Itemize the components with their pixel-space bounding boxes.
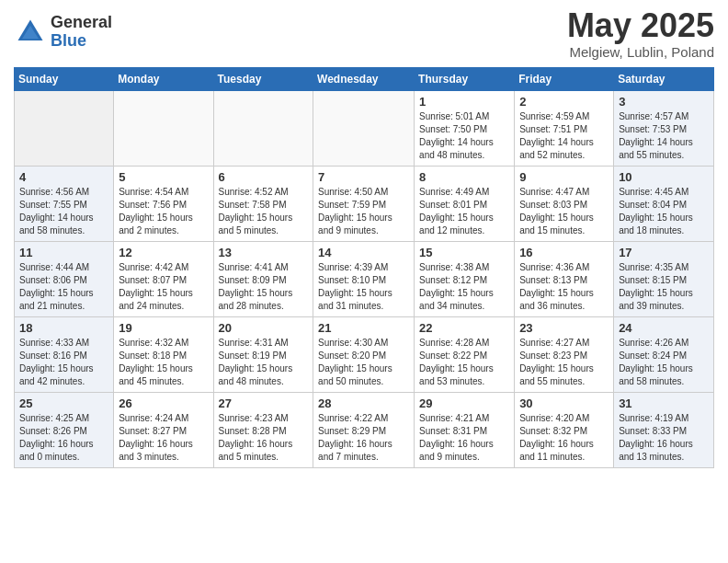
week-row-5: 25Sunrise: 4:25 AMSunset: 8:26 PMDayligh… [15,393,714,468]
day-info: Sunrise: 4:52 AMSunset: 7:58 PMDaylight:… [219,186,309,237]
week-row-1: 1Sunrise: 5:01 AMSunset: 7:50 PMDaylight… [15,91,714,167]
day-info: Sunrise: 4:30 AMSunset: 8:20 PMDaylight:… [318,337,409,388]
calendar-cell: 26Sunrise: 4:24 AMSunset: 8:27 PMDayligh… [114,393,213,468]
calendar-cell [15,91,114,167]
day-number: 16 [519,246,609,259]
day-info: Sunrise: 4:42 AMSunset: 8:07 PMDaylight:… [119,261,208,313]
col-header-wednesday: Wednesday [313,68,415,91]
day-number: 22 [419,321,509,335]
day-number: 25 [19,396,108,410]
day-info: Sunrise: 4:57 AMSunset: 7:53 PMDaylight:… [619,110,709,162]
day-number: 14 [318,246,409,259]
col-header-sunday: Sunday [15,68,114,91]
logo-icon [14,16,47,49]
calendar-cell: 22Sunrise: 4:28 AMSunset: 8:22 PMDayligh… [415,317,515,393]
day-info: Sunrise: 4:39 AMSunset: 8:10 PMDaylight:… [318,261,409,313]
calendar-cell: 14Sunrise: 4:39 AMSunset: 8:10 PMDayligh… [313,242,415,317]
day-number: 30 [519,396,609,410]
logo: General Blue [14,14,112,51]
day-number: 26 [119,396,208,410]
day-number: 21 [318,321,409,335]
week-row-4: 18Sunrise: 4:33 AMSunset: 8:16 PMDayligh… [15,317,714,393]
day-number: 23 [519,321,609,335]
day-info: Sunrise: 4:26 AMSunset: 8:24 PMDaylight:… [619,337,709,388]
calendar-cell: 24Sunrise: 4:26 AMSunset: 8:24 PMDayligh… [614,317,714,393]
calendar-cell: 2Sunrise: 4:59 AMSunset: 7:51 PMDaylight… [515,91,614,167]
day-info: Sunrise: 4:49 AMSunset: 8:01 PMDaylight:… [419,186,509,237]
day-number: 20 [219,321,309,335]
day-number: 6 [219,170,309,184]
calendar-cell: 15Sunrise: 4:38 AMSunset: 8:12 PMDayligh… [415,242,515,317]
day-info: Sunrise: 4:36 AMSunset: 8:13 PMDaylight:… [519,261,609,313]
day-number: 31 [619,396,709,410]
day-number: 24 [619,321,709,335]
calendar-cell: 9Sunrise: 4:47 AMSunset: 8:03 PMDaylight… [515,167,614,242]
page-header: General Blue May 2025 Melgiew, Lublin, P… [14,9,714,60]
calendar-cell: 13Sunrise: 4:41 AMSunset: 8:09 PMDayligh… [213,242,313,317]
day-number: 12 [119,246,208,259]
day-number: 28 [318,396,409,410]
day-info: Sunrise: 4:27 AMSunset: 8:23 PMDaylight:… [519,337,609,388]
day-info: Sunrise: 5:01 AMSunset: 7:50 PMDaylight:… [419,110,509,162]
day-info: Sunrise: 4:21 AMSunset: 8:31 PMDaylight:… [419,412,509,464]
day-info: Sunrise: 4:59 AMSunset: 7:51 PMDaylight:… [519,110,609,162]
calendar-cell: 23Sunrise: 4:27 AMSunset: 8:23 PMDayligh… [515,317,614,393]
day-number: 15 [419,246,509,259]
day-number: 18 [19,321,108,335]
day-info: Sunrise: 4:56 AMSunset: 7:55 PMDaylight:… [19,186,108,237]
calendar-cell: 5Sunrise: 4:54 AMSunset: 7:56 PMDaylight… [114,167,213,242]
calendar-cell: 25Sunrise: 4:25 AMSunset: 8:26 PMDayligh… [15,393,114,468]
calendar-cell: 27Sunrise: 4:23 AMSunset: 8:28 PMDayligh… [213,393,313,468]
day-number: 11 [19,246,108,259]
calendar-table: SundayMondayTuesdayWednesdayThursdayFrid… [14,67,714,468]
day-number: 27 [219,396,309,410]
day-info: Sunrise: 4:47 AMSunset: 8:03 PMDaylight:… [519,186,609,237]
calendar-cell [313,91,415,167]
col-header-thursday: Thursday [415,68,515,91]
day-number: 3 [619,95,709,109]
week-row-3: 11Sunrise: 4:44 AMSunset: 8:06 PMDayligh… [15,242,714,317]
day-info: Sunrise: 4:22 AMSunset: 8:29 PMDaylight:… [318,412,409,464]
day-number: 7 [318,170,409,184]
day-info: Sunrise: 4:35 AMSunset: 8:15 PMDaylight:… [619,261,709,313]
day-number: 19 [119,321,208,335]
day-number: 5 [119,170,208,184]
day-info: Sunrise: 4:25 AMSunset: 8:26 PMDaylight:… [19,412,108,464]
calendar-cell: 11Sunrise: 4:44 AMSunset: 8:06 PMDayligh… [15,242,114,317]
logo-general: General [51,14,112,32]
month-title: May 2025 [567,9,714,42]
calendar-cell [114,91,213,167]
calendar-cell: 21Sunrise: 4:30 AMSunset: 8:20 PMDayligh… [313,317,415,393]
day-info: Sunrise: 4:45 AMSunset: 8:04 PMDaylight:… [619,186,709,237]
day-number: 10 [619,170,709,184]
day-info: Sunrise: 4:33 AMSunset: 8:16 PMDaylight:… [19,337,108,388]
calendar-cell: 20Sunrise: 4:31 AMSunset: 8:19 PMDayligh… [213,317,313,393]
calendar-cell [213,91,313,167]
day-number: 9 [519,170,609,184]
day-info: Sunrise: 4:28 AMSunset: 8:22 PMDaylight:… [419,337,509,388]
day-info: Sunrise: 4:24 AMSunset: 8:27 PMDaylight:… [119,412,208,464]
header-row: SundayMondayTuesdayWednesdayThursdayFrid… [15,68,714,91]
day-info: Sunrise: 4:31 AMSunset: 8:19 PMDaylight:… [219,337,309,388]
calendar-cell: 6Sunrise: 4:52 AMSunset: 7:58 PMDaylight… [213,167,313,242]
day-info: Sunrise: 4:44 AMSunset: 8:06 PMDaylight:… [19,261,108,313]
calendar-cell: 1Sunrise: 5:01 AMSunset: 7:50 PMDaylight… [415,91,515,167]
calendar-cell: 8Sunrise: 4:49 AMSunset: 8:01 PMDaylight… [415,167,515,242]
calendar-cell: 29Sunrise: 4:21 AMSunset: 8:31 PMDayligh… [415,393,515,468]
day-info: Sunrise: 4:41 AMSunset: 8:09 PMDaylight:… [219,261,309,313]
col-header-monday: Monday [114,68,213,91]
col-header-tuesday: Tuesday [213,68,313,91]
day-info: Sunrise: 4:19 AMSunset: 8:33 PMDaylight:… [619,412,709,464]
calendar-cell: 18Sunrise: 4:33 AMSunset: 8:16 PMDayligh… [15,317,114,393]
col-header-saturday: Saturday [614,68,714,91]
day-info: Sunrise: 4:38 AMSunset: 8:12 PMDaylight:… [419,261,509,313]
location: Melgiew, Lublin, Poland [567,44,714,60]
calendar-cell: 28Sunrise: 4:22 AMSunset: 8:29 PMDayligh… [313,393,415,468]
day-info: Sunrise: 4:54 AMSunset: 7:56 PMDaylight:… [119,186,208,237]
day-info: Sunrise: 4:32 AMSunset: 8:18 PMDaylight:… [119,337,208,388]
day-number: 4 [19,170,108,184]
day-info: Sunrise: 4:50 AMSunset: 7:59 PMDaylight:… [318,186,409,237]
day-number: 1 [419,95,509,109]
calendar-cell: 30Sunrise: 4:20 AMSunset: 8:32 PMDayligh… [515,393,614,468]
calendar-cell: 31Sunrise: 4:19 AMSunset: 8:33 PMDayligh… [614,393,714,468]
